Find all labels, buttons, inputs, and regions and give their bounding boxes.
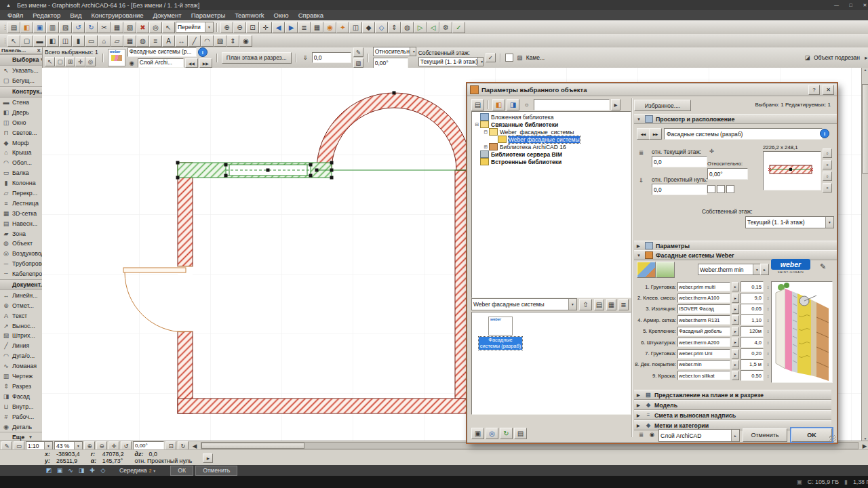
menu-item[interactable]: Файл [3,10,28,20]
apply-check-icon[interactable]: ✓ [486,53,496,62]
find-select-icon[interactable]: ◎ [149,22,162,33]
layer-field[interactable]: Слой Archi... [138,58,184,68]
coords-icon[interactable]: ✛ [75,57,85,66]
flip-checkbox[interactable] [717,185,725,193]
new-object-icon[interactable]: ▣ [471,428,484,439]
next-object-button[interactable]: ▶▶ [649,128,662,140]
toolbox-item[interactable]: ▨ Штрих... [0,331,42,341]
toolbox-item[interactable]: ┄ Кабелепровод [0,269,42,279]
vertical-scroll-thumb[interactable] [862,84,868,174]
toolbox-item[interactable]: ▥ Чертеж [0,371,42,382]
own-storey-combo[interactable]: Текущий (1. 1-й этаж)▾ [745,216,834,228]
reload-libraries-icon[interactable]: ↻ [500,428,513,439]
object-preview-item[interactable]: weber Фасадные системы (разраб) [479,317,522,350]
tree-expander-icon[interactable]: ⊞ [483,144,489,150]
selected-object-thumbnail[interactable]: weber [108,49,125,66]
toolbox-item[interactable]: ▤ Навесн... [0,218,42,228]
layer-product-input[interactable] [677,282,730,291]
prev-object-button[interactable]: ◀◀ [185,58,198,68]
facade-preset-combo[interactable]: Weber.therm min▾ [698,264,762,275]
copy-icon[interactable]: ▦ [111,22,123,33]
toolbox-panel-header[interactable]: Панель... ✕ [0,47,42,54]
toolbox-item[interactable]: ▮ Колонна [0,178,42,188]
dialog-section-collapsed[interactable]: ▶ ▤ Представление на плане и в разрезе [634,390,831,400]
view-tile-icon[interactable]: ▤ [594,299,604,310]
section-preview-placement[interactable]: ▼ Просмотр и расположение [634,114,837,124]
toolbox-item[interactable]: ◨ Фасад [0,391,42,401]
door-tool-icon[interactable]: ◧ [46,35,59,47]
close-button[interactable]: ✕ [859,1,868,9]
toolbox-item[interactable]: ∿ Ломаная [0,361,42,371]
pick-up-parameters-icon[interactable]: ↖ [162,22,175,33]
object-preview-list[interactable]: weber Фасадные системы (разраб) [471,312,631,415]
search-go-icon[interactable]: ▸ [611,99,620,110]
toolbox-item[interactable]: ◍ Объект [0,239,42,249]
marquee-tool-icon[interactable]: ▢ [20,35,33,47]
layer-product-input[interactable] [677,327,730,336]
layer-value-input[interactable] [741,370,764,381]
toolbox-item[interactable]: ↔ Линейн... [0,290,42,300]
save-icon[interactable]: ▣ [33,22,46,33]
toolbox-item[interactable]: ▢ Бегущ... [0,76,42,86]
toolbox-item[interactable]: ◠ Обол... [0,158,42,168]
layer-spinner-icon[interactable]: ↕ [765,340,771,345]
fill-tool-icon[interactable]: ▨ [214,35,226,47]
layer-product-input[interactable] [677,360,730,369]
open-file-icon[interactable]: ◧ [20,22,33,33]
toolbox-item[interactable]: Конструк... [0,86,42,98]
favorites-button[interactable]: Избранное.... [634,100,691,111]
layer-spinner-icon[interactable]: ↕ [765,351,771,356]
object-tool-icon[interactable]: ◍ [136,35,149,47]
preview-3d-icon[interactable]: ▫ [823,171,832,181]
delete-icon[interactable]: ✖ [136,22,149,33]
dialog-help-button[interactable]: ? [808,85,820,95]
next-object-button[interactable]: ▶▶ [199,58,212,68]
mesh-tool-icon[interactable]: ▦ [123,35,136,47]
layer-value-input[interactable] [741,348,764,359]
library-tree-item[interactable]: Weber фасадные системы [472,136,631,143]
layers-icon[interactable]: ≣ [298,22,311,33]
object-name-field[interactable]: Фасадные системы (разраб) [664,128,823,140]
stair-tool-icon[interactable]: ≡ [149,35,162,47]
rel-zero-input[interactable] [652,184,707,195]
view-list-icon[interactable]: ≣ [618,299,629,310]
folder-up-icon[interactable]: ⇧ [579,299,592,310]
facade-preset-next-icon[interactable]: ▸ [760,264,769,275]
layer-spinner-icon[interactable]: ↕ [765,306,771,311]
snap-point-label[interactable]: Середина [119,467,147,474]
section-tool-icon[interactable]: ⇕ [226,35,239,47]
layer-value-input[interactable] [741,293,764,304]
infobar-scroll-icon[interactable]: ▸ [862,54,868,62]
toolbox-item[interactable]: A Текст [0,310,42,321]
minimize-button[interactable]: — [831,1,842,9]
toolbar-grip[interactable]: ⋮ [2,24,7,30]
tracker-dz-value[interactable]: 0,0 [149,451,157,458]
camera-icon[interactable]: ◍ [401,22,414,33]
object-info-icon[interactable]: i [820,129,829,138]
relative-angle-input[interactable] [707,168,748,180]
previous-view-icon[interactable]: ◀ [272,22,285,33]
layer-value-input[interactable] [741,281,764,292]
layer-value-input[interactable] [741,359,764,370]
slab-tool-icon[interactable]: ▱ [111,35,123,47]
own-storey-combo[interactable]: Текущий (1. 1-й этаж)▾ [418,57,484,66]
layer-browse-icon[interactable]: ▸ [732,315,739,325]
library-view-icon[interactable]: ◨ [507,99,519,110]
zoom-out-icon[interactable]: ⊖ [233,22,246,33]
toolbox-item[interactable]: ▱ Перекр... [0,188,42,199]
detail-tool-icon[interactable]: ◉ [239,35,252,47]
layer-browse-icon[interactable]: ▸ [732,293,739,303]
layer-value-input[interactable] [741,337,764,348]
snap-half-icon[interactable]: ◨ [76,466,87,475]
dialog-close-button[interactable]: ✕ [823,85,834,95]
snap-spline-icon[interactable]: ∿ [65,466,76,475]
toolbox-item[interactable]: ⇕ Разрез [0,382,42,392]
dialog-titlebar[interactable]: Параметры выбранного объекта ? ✕ [467,83,837,96]
toolbox-item[interactable]: ╱ Линия [0,341,42,351]
toolbox-item[interactable]: ─ Трубопровод [0,259,42,269]
web-portal-icon[interactable]: ◎ [486,428,498,439]
menu-item[interactable]: Документ [148,10,186,20]
snap-guides-icon[interactable]: ◩ [43,466,54,475]
menu-item[interactable]: Вид [65,10,86,20]
snap-node-icon[interactable]: ◇ [98,466,108,475]
